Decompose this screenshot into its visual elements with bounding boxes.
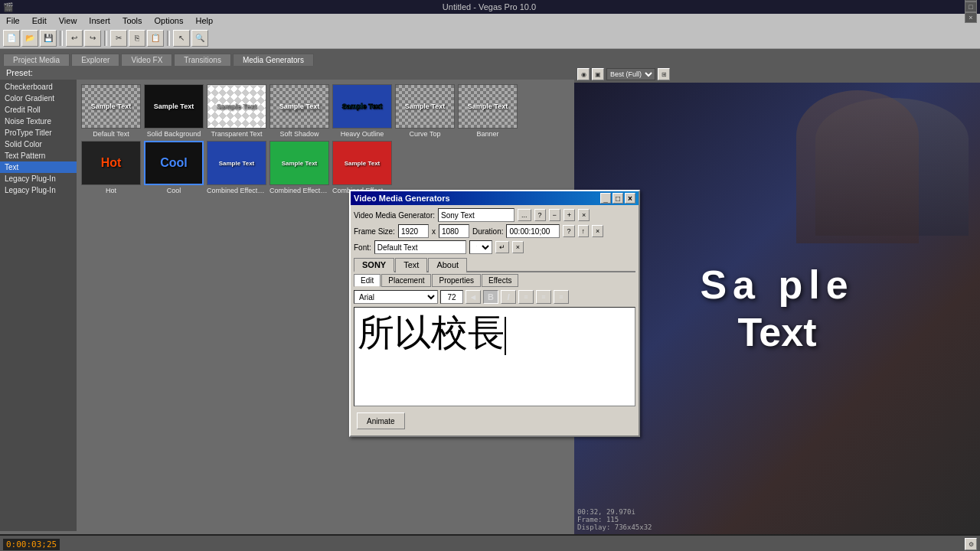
preset-transparent[interactable]: Sample Text Transparent Text: [207, 84, 266, 138]
category-color-gradient[interactable]: Color Gradient: [0, 93, 77, 104]
vmg-tab-about[interactable]: About: [428, 258, 467, 272]
vmg-font-select[interactable]: ▼: [469, 240, 492, 254]
preset-cool[interactable]: Cool Cool: [144, 141, 204, 194]
category-text-pattern[interactable]: Text Pattern: [0, 150, 77, 161]
menu-edit[interactable]: Edit: [29, 15, 50, 26]
menu-tools[interactable]: Tools: [119, 15, 145, 26]
preview-display-btn[interactable]: ▣: [592, 68, 604, 80]
vmg-close[interactable]: ×: [625, 193, 635, 204]
open-btn[interactable]: 📂: [21, 30, 38, 47]
zoom-btn[interactable]: 🔍: [191, 30, 208, 47]
vmg-font-remove[interactable]: ×: [512, 241, 524, 253]
preset-heavy-outline[interactable]: Sample Text Heavy Outline: [332, 84, 392, 138]
cut-btn[interactable]: ✂: [110, 30, 127, 47]
font-size-down[interactable]: ◄: [466, 290, 481, 304]
category-text[interactable]: Text: [0, 161, 77, 173]
menu-bar: File Edit View Insert Tools Options Help: [0, 14, 980, 28]
vmg-subtab-effects[interactable]: Effects: [482, 274, 518, 287]
vmg-tab-text[interactable]: Text: [395, 258, 427, 272]
menu-help[interactable]: Help: [192, 15, 216, 26]
undo-btn[interactable]: ↩: [66, 30, 83, 47]
paste-btn[interactable]: 📋: [147, 30, 164, 47]
vmg-generator-input[interactable]: [438, 208, 514, 222]
preset-solid-bg[interactable]: Sample Text Solid Background: [144, 84, 204, 138]
vmg-generator-browse[interactable]: ...: [518, 209, 531, 221]
maximize-btn[interactable]: □: [965, 2, 977, 12]
font-name-select[interactable]: Arial: [354, 290, 438, 304]
category-credit-roll[interactable]: Credit Roll: [0, 104, 77, 116]
vmg-font-row: Font: ▼ ↵ ×: [354, 240, 635, 254]
vmg-editor[interactable]: 所以校長: [354, 307, 635, 406]
titlebar-controls[interactable]: _ □ ×: [965, 0, 977, 23]
copy-btn[interactable]: ⎘: [129, 30, 145, 47]
font-toolbar: Arial ◄ B I ≡ ≡ ≡: [354, 290, 635, 304]
toolbar-sep-2: [104, 31, 107, 46]
preset-hot[interactable]: Hot Hot: [81, 141, 141, 194]
preview-quality-select[interactable]: Best (Full): [606, 68, 655, 80]
redo-btn[interactable]: ↪: [84, 30, 101, 47]
vmg-duration-close[interactable]: ×: [592, 225, 603, 237]
menu-file[interactable]: File: [3, 15, 23, 26]
vmg-subtab-properties[interactable]: Properties: [432, 274, 481, 287]
category-protype-titler[interactable]: ProType Titler: [0, 127, 77, 139]
vmg-window-controls: _ □ ×: [600, 193, 635, 204]
font-bold-btn[interactable]: B: [483, 290, 498, 304]
vmg-maximize[interactable]: □: [612, 193, 623, 204]
save-btn[interactable]: 💾: [40, 30, 57, 47]
animate-button[interactable]: Animate: [357, 412, 405, 429]
text-cursor: [505, 317, 506, 355]
preset-default-text[interactable]: Sample Text Default Text: [81, 84, 141, 138]
vmg-font-label: Font:: [354, 243, 371, 252]
vmg-tab-sony[interactable]: SONY: [354, 258, 394, 272]
tab-project-media[interactable]: Project Media: [3, 54, 70, 66]
tab-transitions[interactable]: Transitions: [174, 54, 231, 66]
category-noise-texture[interactable]: Noise Texture: [0, 116, 77, 127]
align-center-btn[interactable]: ≡: [536, 290, 551, 304]
animate-btn-container: Animate: [354, 409, 635, 432]
vmg-duration-help[interactable]: ?: [563, 225, 574, 237]
menu-view[interactable]: View: [56, 15, 80, 26]
preset-soft-shadow[interactable]: Sample Text Soft Shadow: [270, 84, 329, 138]
vmg-duration-up[interactable]: ↑: [578, 225, 590, 237]
font-italic-btn[interactable]: I: [501, 290, 516, 304]
preview-ext-btn[interactable]: ⊞: [658, 68, 670, 80]
menu-options[interactable]: Options: [152, 15, 187, 26]
tab-explorer[interactable]: Explorer: [71, 54, 119, 66]
vmg-generator-settings[interactable]: ×: [578, 209, 590, 221]
toolbar-sep-3: [167, 31, 170, 46]
vmg-generator-expand[interactable]: +: [564, 209, 575, 221]
category-legacy-2[interactable]: Legacy Plug-In: [0, 184, 77, 196]
preset-combined2[interactable]: Sample Text Combined Effects 2: [270, 141, 329, 194]
vmg-subtab-edit[interactable]: Edit: [354, 274, 381, 287]
preset-combined3[interactable]: Sample Text Combined Effects 3: [332, 141, 392, 194]
preset-banner[interactable]: Sample Text Banner: [458, 84, 518, 138]
preset-curve-top[interactable]: Sample Text Curve Top: [395, 84, 455, 138]
font-size-input[interactable]: [440, 290, 463, 304]
vmg-subtab-placement[interactable]: Placement: [381, 274, 431, 287]
tab-media-generators[interactable]: Media Generators: [233, 54, 314, 66]
new-btn[interactable]: 📄: [3, 30, 20, 47]
align-left-btn[interactable]: ≡: [518, 290, 534, 304]
vmg-font-apply[interactable]: ↵: [495, 241, 509, 253]
vmg-dialog: Video Media Generators _ □ × Video Media…: [349, 190, 640, 437]
preview-toggle-btn[interactable]: ◉: [577, 68, 590, 80]
editor-text-span: 所以校長: [358, 312, 505, 353]
align-right-btn[interactable]: ≡: [554, 290, 569, 304]
vmg-framesize-h[interactable]: [439, 224, 469, 238]
tab-video-fx[interactable]: Video FX: [121, 54, 172, 66]
vmg-generator-collapse[interactable]: −: [549, 209, 560, 221]
category-legacy-1[interactable]: Legacy Plug-In: [0, 173, 77, 184]
menu-insert[interactable]: Insert: [86, 15, 113, 26]
category-checkerboard[interactable]: Checkerboard: [0, 81, 77, 93]
preset-combined1[interactable]: Sample Text Combined Effects 1: [207, 141, 266, 194]
vmg-framesize-w[interactable]: [398, 224, 429, 238]
vmg-generator-help[interactable]: ?: [534, 209, 546, 221]
vmg-font-input[interactable]: [374, 240, 466, 254]
toolbar-sep-1: [60, 31, 63, 46]
vmg-minimize[interactable]: _: [600, 193, 611, 204]
select-btn[interactable]: ↖: [173, 30, 190, 47]
vmg-duration-input[interactable]: [506, 224, 560, 238]
category-solid-color[interactable]: Solid Color: [0, 139, 77, 150]
close-btn[interactable]: ×: [965, 12, 977, 23]
timeline-settings-btn[interactable]: ⚙: [965, 538, 977, 550]
